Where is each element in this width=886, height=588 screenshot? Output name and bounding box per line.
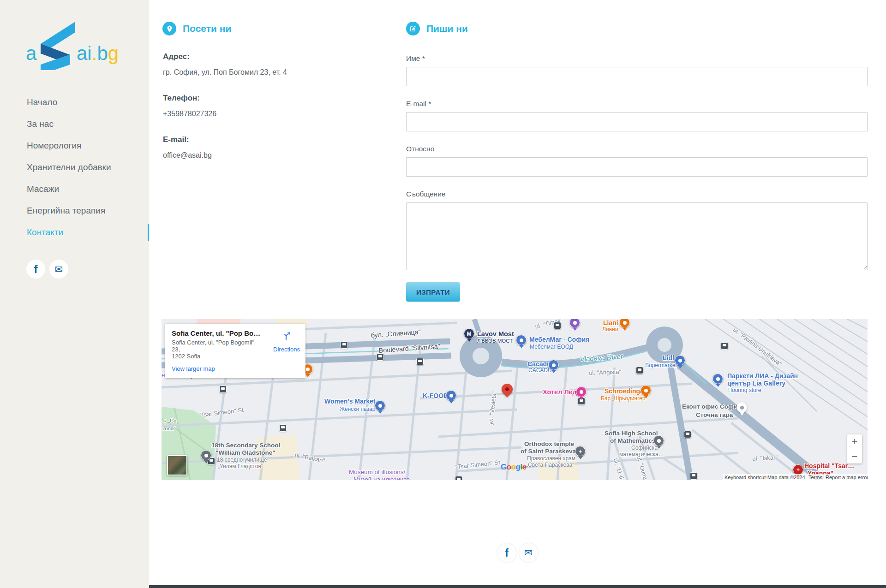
subject-field[interactable]: [406, 157, 868, 177]
map-label: Музей на илюзиите: [353, 476, 410, 480]
poi-pin-econt[interactable]: [736, 402, 747, 413]
satellite-view-toggle[interactable]: [167, 455, 187, 475]
google-logo[interactable]: Google: [501, 463, 527, 472]
map-label: Cacadu: [527, 360, 551, 368]
poi-pin-lia-gallery[interactable]: [712, 374, 723, 384]
sidebar-item-masazhi[interactable]: Масажи: [0, 178, 149, 200]
sidebar-item-energiyna-terapia[interactable]: Енергийна терапия: [0, 200, 149, 221]
map-label: Museum of illusions/: [349, 469, 405, 476]
visit-us-title: Посети ни: [183, 23, 231, 34]
map-label: Women's Market: [324, 398, 375, 405]
map-label: "William Gladstone": [216, 449, 275, 457]
map-label: Еконт офис София: [682, 403, 741, 410]
visit-us-heading: Посети ни: [162, 22, 231, 36]
poi-pin-school[interactable]: [201, 450, 211, 461]
bus-stop-icon: [377, 353, 384, 361]
sidebar-item-hranitelni-dobavki[interactable]: Хранителни добавки: [0, 156, 149, 178]
logo-letter-a: a: [26, 42, 37, 64]
message-field[interactable]: [406, 202, 868, 270]
email-field[interactable]: [406, 112, 868, 131]
bottom-bar: [149, 585, 886, 588]
map-pin-icon: [162, 22, 176, 36]
bus-stop-icon: [690, 472, 697, 480]
map-label: Мебелмаг ЕООД: [530, 344, 573, 350]
sidebar-nav: Начало За нас Номерология Хранителни доб…: [0, 91, 149, 243]
map-label: Лиани: [602, 327, 618, 333]
map-label: of Mathematics: [610, 437, 655, 445]
map-card-title: Sofia Center, ul. "Pop Bogomil…: [172, 329, 264, 337]
map-label: Хотел Леда: [543, 388, 581, 396]
map-label: Sofia High School: [605, 430, 658, 437]
sidebar-item-nachalo[interactable]: Начало: [0, 91, 149, 113]
bus-stop-icon: [554, 322, 561, 329]
map-label: Бар „Шрьодингер“: [601, 396, 647, 402]
map-label: Supermarket: [645, 362, 677, 369]
map-label: Женски пазар: [340, 406, 375, 413]
map-label: „Уилям Гладстон“: [218, 463, 263, 470]
poi-pin-schroedinger[interactable]: [641, 385, 651, 396]
map-label: „Света Параскева“: [526, 462, 574, 469]
email-button[interactable]: ✉: [49, 260, 68, 279]
contact-form: Име * E-mail * Относно Съобщение ИЗПРАТИ: [406, 54, 868, 302]
metro-station-icon[interactable]: M: [464, 328, 474, 339]
poi-pin-mebelmag[interactable]: [516, 335, 527, 345]
sidebar-item-numerologia[interactable]: Номерология: [0, 135, 149, 156]
footer-email-button[interactable]: ✉: [519, 543, 538, 562]
zoom-out-button[interactable]: −: [847, 449, 862, 463]
map-label: of Saint Paraskeva: [521, 448, 576, 455]
directions-button[interactable]: Directions: [272, 330, 301, 353]
map-card-address-line1: Sofia Center, ul. "Pop Bogomil" 23,: [172, 339, 259, 353]
facebook-button[interactable]: f: [26, 260, 45, 279]
map-label: K-FOOD: [423, 392, 448, 399]
poi-pin-math-school[interactable]: [653, 435, 664, 446]
name-label: Име *: [406, 54, 868, 63]
form-email-label: E-mail *: [406, 100, 868, 108]
footer-facebook-button[interactable]: f: [497, 543, 516, 562]
google-logo-letter: o: [511, 463, 516, 471]
asai-logo[interactable]: a ai.bg: [25, 18, 124, 70]
poi-pin-cacadu[interactable]: [548, 360, 559, 370]
name-field[interactable]: [406, 67, 868, 86]
poi-pin-kfood[interactable]: [446, 390, 456, 401]
map-label: ЛЪВОВ МОСТ: [477, 338, 513, 344]
envelope-icon: ✉: [55, 264, 63, 274]
bus-stop-icon: [636, 367, 643, 374]
map-label: Софийска: [631, 445, 658, 451]
map-label: Сточна гара: [696, 411, 733, 419]
address-label: Адрес:: [163, 52, 357, 61]
message-label: Съобщение: [406, 190, 868, 198]
google-map[interactable]: бул. „Сливница“Boulevard "Slivnitsa"Lavo…: [162, 319, 868, 480]
poi-pin-hospital[interactable]: +: [793, 464, 803, 475]
contact-info: Адрес: гр. София, ул. Поп Богомил 23, ет…: [163, 52, 357, 177]
subject-label: Относно: [406, 145, 868, 153]
directions-label: Directions: [272, 346, 301, 353]
terms-link[interactable]: Terms: [807, 474, 824, 480]
map-label: Schroedinger: [605, 387, 646, 395]
keyboard-shortcuts-link[interactable]: Keyboard shortcuts: [723, 474, 770, 480]
main-content: Посети ни Адрес: гр. София, ул. Поп Бого…: [149, 0, 886, 588]
facebook-icon: f: [34, 263, 38, 276]
bus-stop-icon: [721, 342, 728, 350]
pencil-icon: [406, 22, 420, 36]
sidebar-item-kontakti[interactable]: Контакти: [0, 221, 149, 243]
sidebar: a ai.bg Начало За нас Номерология Хранит…: [0, 0, 149, 588]
map-label: CACADU: [528, 368, 552, 374]
directions-fork-icon: [281, 330, 292, 341]
email-value: office@asai.bg: [163, 151, 357, 160]
logo-suffix: ai.bg: [77, 42, 119, 64]
poi-pin-lidl[interactable]: [675, 355, 685, 366]
map-label: Lidl: [663, 354, 674, 362]
map-label: център Lia Gallery: [727, 380, 785, 387]
bus-stop-icon: [341, 341, 348, 349]
zoom-in-button[interactable]: +: [847, 434, 862, 449]
poi-pin-hotel-leda[interactable]: [576, 386, 587, 397]
bus-stop-icon: [684, 431, 691, 438]
phone-label: Телефон:: [163, 94, 357, 103]
poi-pin-womens-market[interactable]: [375, 400, 385, 411]
view-larger-map-link[interactable]: View larger map: [172, 365, 215, 372]
send-button[interactable]: ИЗПРАТИ: [406, 282, 460, 302]
sidebar-item-za-nas[interactable]: За нас: [0, 113, 149, 135]
map-label: Православен храм: [527, 456, 575, 462]
poi-pin-church[interactable]: +: [575, 446, 586, 457]
report-map-error-link[interactable]: Report a map error: [824, 474, 868, 480]
